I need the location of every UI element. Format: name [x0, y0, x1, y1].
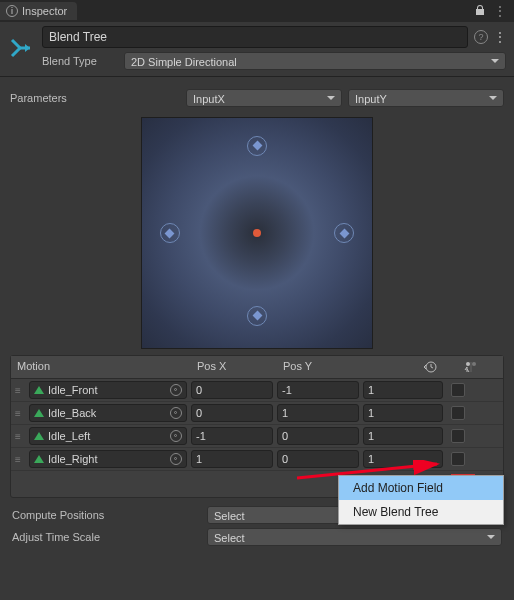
col-motion: Motion	[17, 360, 193, 374]
parameters-label: Parameters	[10, 92, 180, 104]
motion-name: Idle_Front	[48, 384, 98, 396]
table-row: ≡ Idle_Front 0 -1 1	[11, 379, 503, 402]
object-picker-icon[interactable]	[170, 453, 182, 465]
speed-field[interactable]: 1	[363, 381, 443, 399]
posy-field[interactable]: 0	[277, 427, 359, 445]
mirror-icon	[463, 360, 477, 374]
tab-actions: ⋮	[474, 4, 514, 19]
sample-point[interactable]	[334, 223, 354, 243]
table-row: ≡ Idle_Right 1 0 1	[11, 448, 503, 471]
mirror-checkbox[interactable]	[451, 406, 465, 420]
motion-name: Idle_Back	[48, 407, 96, 419]
blend-type-dropdown[interactable]: 2D Simple Directional	[124, 52, 506, 70]
table-row: ≡ Idle_Left -1 0 1	[11, 425, 503, 448]
kebab-icon[interactable]: ⋮	[494, 4, 506, 19]
info-icon: i	[6, 5, 18, 17]
mirror-checkbox[interactable]	[451, 429, 465, 443]
svg-point-3	[472, 362, 476, 366]
drag-handle[interactable]: ≡	[15, 385, 25, 396]
adjust-timescale-dropdown[interactable]: Select	[207, 528, 502, 546]
compute-positions-label: Compute Positions	[12, 509, 207, 521]
posx-field[interactable]: -1	[191, 427, 273, 445]
col-posx: Pos X	[197, 360, 279, 374]
motion-name: Idle_Right	[48, 453, 98, 465]
object-picker-icon[interactable]	[170, 407, 182, 419]
mirror-checkbox[interactable]	[451, 383, 465, 397]
parameter-y-value: InputY	[355, 93, 387, 105]
posy-field[interactable]: 1	[277, 404, 359, 422]
add-motion-context-menu: Add Motion Field New Blend Tree	[338, 475, 504, 525]
svg-marker-0	[25, 44, 30, 52]
blend-space-canvas[interactable]	[141, 117, 373, 349]
menu-item-new-blend-tree[interactable]: New Blend Tree	[339, 500, 503, 524]
animation-clip-icon	[34, 386, 44, 394]
inspector-tab[interactable]: i Inspector	[0, 2, 77, 20]
object-picker-icon[interactable]	[170, 430, 182, 442]
blend-tree-name-field[interactable]	[42, 26, 468, 48]
drag-handle[interactable]: ≡	[15, 408, 25, 419]
parameter-x-value: InputX	[193, 93, 225, 105]
adjust-timescale-value: Select	[214, 532, 245, 544]
blend-type-value: 2D Simple Directional	[131, 56, 237, 68]
animation-clip-icon	[34, 432, 44, 440]
motion-name: Idle_Left	[48, 430, 90, 442]
object-picker-icon[interactable]	[170, 384, 182, 396]
animation-clip-icon	[34, 455, 44, 463]
motion-field[interactable]: Idle_Front	[29, 381, 187, 399]
parameter-x-dropdown[interactable]: InputX	[186, 89, 342, 107]
time-scale-icon	[423, 360, 437, 374]
tab-title: Inspector	[22, 5, 67, 17]
posx-field[interactable]: 1	[191, 450, 273, 468]
sample-point[interactable]	[160, 223, 180, 243]
speed-field[interactable]: 1	[363, 404, 443, 422]
drag-handle[interactable]: ≡	[15, 431, 25, 442]
sample-point[interactable]	[247, 306, 267, 326]
menu-item-add-motion-field[interactable]: Add Motion Field	[339, 476, 503, 500]
posx-field[interactable]: 0	[191, 404, 273, 422]
inspector-tab-bar: i Inspector ⋮	[0, 0, 514, 22]
blend-type-label: Blend Type	[42, 55, 118, 67]
table-row: ≡ Idle_Back 0 1 1	[11, 402, 503, 425]
parameters-section: Parameters InputX InputY	[0, 81, 514, 115]
speed-field[interactable]: 1	[363, 450, 443, 468]
col-posy: Pos Y	[283, 360, 365, 374]
blend-canvas-wrap	[0, 115, 514, 355]
motion-list-header: Motion Pos X Pos Y	[11, 356, 503, 379]
blend-tree-header: ? ⋮ Blend Type 2D Simple Directional	[0, 22, 514, 72]
drag-handle[interactable]: ≡	[15, 454, 25, 465]
animation-clip-icon	[34, 409, 44, 417]
motion-field[interactable]: Idle_Back	[29, 404, 187, 422]
posx-field[interactable]: 0	[191, 381, 273, 399]
blend-tree-icon	[6, 34, 34, 62]
motion-field[interactable]: Idle_Left	[29, 427, 187, 445]
sample-point[interactable]	[247, 136, 267, 156]
lock-icon[interactable]	[474, 4, 486, 19]
divider	[0, 76, 514, 77]
svg-point-2	[466, 362, 470, 366]
header-kebab-icon[interactable]: ⋮	[494, 30, 506, 44]
motion-field[interactable]: Idle_Right	[29, 450, 187, 468]
adjust-timescale-label: Adjust Time Scale	[12, 531, 207, 543]
help-icon[interactable]: ?	[474, 30, 488, 44]
blend-cursor[interactable]	[253, 229, 261, 237]
speed-field[interactable]: 1	[363, 427, 443, 445]
mirror-checkbox[interactable]	[451, 452, 465, 466]
posy-field[interactable]: 0	[277, 450, 359, 468]
parameter-y-dropdown[interactable]: InputY	[348, 89, 504, 107]
posy-field[interactable]: -1	[277, 381, 359, 399]
compute-positions-value: Select	[214, 510, 245, 522]
